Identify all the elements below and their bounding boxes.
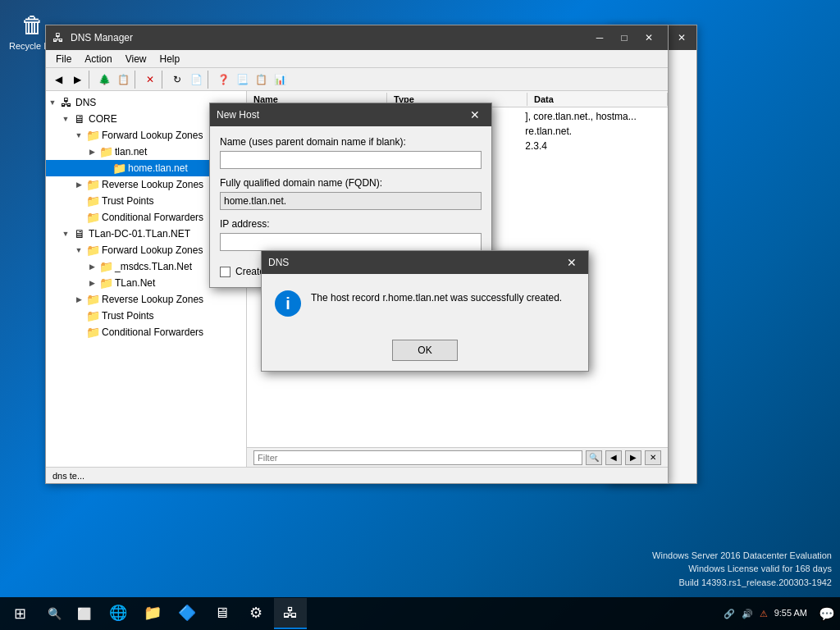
tlan-net2-label: TLan.Net	[113, 277, 155, 289]
rev-zones2-label: Reverse Lookup Zones	[100, 294, 203, 305]
name-label: Name (uses parent domain name if blank):	[220, 136, 482, 148]
ok-button[interactable]: OK	[392, 340, 458, 361]
menu-file[interactable]: File	[49, 52, 78, 66]
col-data-header: Data	[527, 93, 668, 106]
new-host-close-btn[interactable]: ✕	[465, 107, 485, 123]
menu-help[interactable]: Help	[153, 52, 187, 66]
taskbar-app2[interactable]: ⚙	[240, 598, 272, 629]
dns-statusbar: dns te...	[46, 467, 668, 483]
cond-fwd2-label: Conditional Forwarders	[100, 326, 203, 338]
toolbar-delete[interactable]: ✕	[141, 71, 159, 89]
dns-toolbar: ◀ ▶ 🌲 📋 ✕ ↻ 📄 ❓ 📃 📋 📊	[46, 68, 668, 91]
info-icon: i	[275, 290, 301, 317]
toolbar-properties[interactable]: 📃	[233, 71, 251, 89]
new-host-titlebar: New Host ✕	[210, 103, 491, 126]
statusbar-text: dns te...	[52, 471, 84, 481]
dns-menubar: File Action View Help	[46, 50, 668, 68]
rev-zones1-label: Reverse Lookup Zones	[100, 179, 203, 190]
watermark-line3: Build 14393.rs1_release.200303-1942	[652, 576, 832, 590]
toolbar-export[interactable]: 📄	[187, 71, 205, 89]
start-button[interactable]: ⊞	[0, 597, 39, 630]
fwd-zones1-icon: 📁	[85, 128, 100, 143]
tlan-net2-icon: 📁	[98, 276, 113, 290]
filter-close-btn[interactable]: ✕	[645, 450, 661, 465]
minimize-button[interactable]: ─	[587, 30, 612, 46]
cond-fwd2-icon: 📁	[85, 325, 100, 340]
expand-home	[98, 162, 112, 175]
fwd-zones1-label: Forward Lookup Zones	[100, 130, 203, 141]
expand-dc: ▼	[59, 227, 72, 240]
expand-fwd1: ▼	[72, 129, 85, 142]
home-tlan-label: home.tlan.net	[126, 162, 188, 174]
toolbar-extra2[interactable]: 📊	[271, 71, 289, 89]
record-data-2: re.tlan.net.	[525, 126, 661, 137]
taskbar-ie[interactable]: 🌐	[102, 598, 135, 629]
systray-security[interactable]: ⚠	[760, 609, 768, 619]
dns-success-close-btn[interactable]: ✕	[562, 254, 582, 271]
dns-success-footer: OK	[262, 333, 588, 371]
taskbar-systray: 🔗 🔊 ⚠	[717, 609, 774, 619]
tree-trust2[interactable]: 📁 Trust Points	[46, 308, 246, 324]
dns-manager-titlebar: 🖧 DNS Manager ─ □ ✕	[46, 25, 668, 50]
recycle-bin-graphic: 🗑	[16, 8, 49, 41]
taskbar-explorer[interactable]: 📁	[136, 598, 169, 629]
maximize-button[interactable]: □	[612, 30, 637, 46]
filter-search-btn[interactable]: 🔍	[586, 450, 602, 465]
msdcs-label: _msdcs.TLan.Net	[113, 261, 192, 272]
search-button[interactable]: 🔍	[39, 597, 69, 630]
dns-manager-icon: 🖧	[52, 31, 64, 44]
taskbar-clock[interactable]: 9:55 AM	[774, 607, 814, 619]
filter-next-btn[interactable]: ▶	[625, 450, 641, 465]
ip-input[interactable]	[220, 233, 482, 251]
success-message: The host record r.home.tlan.net was succ…	[311, 290, 562, 305]
core-label: CORE	[87, 113, 117, 125]
name-input[interactable]	[220, 151, 482, 169]
close-button[interactable]: ✕	[637, 30, 661, 46]
expand-core: ▼	[59, 112, 72, 126]
toolbar-show-tree[interactable]: 🌲	[95, 71, 113, 89]
taskbar-app1[interactable]: 🖥	[205, 598, 238, 629]
toolbar-back[interactable]: ◀	[49, 71, 67, 89]
systray-network[interactable]: 🔗	[724, 609, 735, 619]
rev-zones1-icon: 📁	[85, 177, 100, 192]
expand-trust2	[72, 309, 85, 322]
taskbar-dns[interactable]: 🖧	[274, 598, 307, 629]
expand-tlan2: ▶	[85, 276, 98, 290]
tree-cond-fwd2[interactable]: 📁 Conditional Forwarders	[46, 324, 246, 340]
task-view-button[interactable]: ⬜	[69, 597, 98, 630]
toolbar-forward[interactable]: ▶	[68, 71, 86, 89]
menu-view[interactable]: View	[119, 52, 153, 66]
toolbar-refresh[interactable]: ↻	[168, 71, 186, 89]
toolbar-help[interactable]: ❓	[214, 71, 232, 89]
trust2-label: Trust Points	[100, 310, 154, 322]
create-ptr-checkbox[interactable]	[220, 267, 231, 277]
filter-input[interactable]	[253, 450, 582, 465]
toolbar-hide-tree[interactable]: 📋	[114, 71, 132, 89]
record-data-1: ], core.tlan.net., hostma...	[525, 111, 661, 122]
taskbar-apps: 🌐 📁 🔷 🖥 ⚙ 🖧	[98, 598, 717, 629]
filter-clear-btn[interactable]: ◀	[605, 450, 622, 465]
systray-volume[interactable]: 🔊	[742, 609, 753, 619]
core-icon: 🖥	[72, 112, 87, 126]
home-tlan-icon: 📁	[112, 161, 126, 176]
expand-msdcs: ▶	[85, 260, 98, 273]
expand-fwd2: ▼	[72, 244, 85, 257]
taskbar: ⊞ 🔍 ⬜ 🌐 📁 🔷 🖥 ⚙ 🖧 🔗 🔊 ⚠ 9:55 AM 💬	[0, 597, 840, 630]
notification-center[interactable]: 💬	[814, 597, 840, 630]
help-close-button[interactable]: ✕	[673, 30, 690, 46]
toolbar-sep4	[208, 71, 212, 89]
expand-dns: ▼	[46, 96, 59, 109]
toolbar-sep3	[162, 71, 166, 89]
fqdn-input[interactable]	[220, 192, 482, 210]
trust1-icon: 📁	[85, 194, 100, 208]
menu-action[interactable]: Action	[78, 52, 118, 66]
toolbar-sep1	[89, 71, 93, 89]
cond-fwd1-icon: 📁	[85, 210, 100, 225]
record-data-3: 2.3.4	[525, 140, 661, 152]
trust2-icon: 📁	[85, 308, 100, 323]
tree-rev-zones2[interactable]: ▶ 📁 Reverse Lookup Zones	[46, 291, 246, 308]
taskbar-powershell[interactable]: 🔷	[171, 598, 203, 629]
trust1-label: Trust Points	[100, 195, 154, 207]
tlan-dc-icon: 🖥	[72, 226, 87, 241]
toolbar-extra1[interactable]: 📋	[252, 71, 270, 89]
